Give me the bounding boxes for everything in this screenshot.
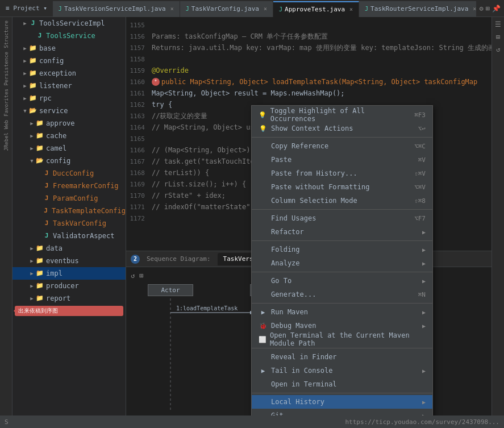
menu-item-7[interactable]: Column Selection Mode⇧⌘8 — [252, 194, 432, 207]
tree-item-5[interactable]: ▶📁listener — [13, 80, 126, 92]
menu-item-16[interactable]: Generate...⌘N — [252, 288, 432, 301]
tree-arrow-3: ▶ — [22, 58, 28, 64]
menu-right-27: ▶ — [422, 413, 426, 416]
menu-item-left-22: Reveal in Finder — [259, 353, 337, 361]
tree-item-14[interactable]: JParamConfig — [13, 192, 126, 205]
jrebel-icon[interactable]: JRebel — [2, 131, 10, 152]
menu-item-9[interactable]: Find Usages⌥F7 — [252, 211, 432, 225]
tree-icon-11: 📂 — [35, 156, 44, 165]
structure-icon[interactable]: Structure — [2, 19, 10, 49]
tree-item-16[interactable]: JTaskVarConfig — [13, 217, 126, 230]
favorites-icon[interactable]: Favorites — [2, 88, 10, 118]
tree-label-6: rpc — [39, 94, 52, 102]
tree-item-1[interactable]: JToolsService — [13, 30, 126, 42]
menu-right-13: ▶ — [422, 260, 426, 267]
tab-2[interactable]: JApproveTest.java× — [273, 1, 359, 17]
menu-item-12[interactable]: Folding▶ — [252, 243, 432, 256]
menu-icon-1: 💡 — [259, 125, 268, 132]
menu-separator-11 — [252, 240, 432, 241]
menu-shortcut-5: ⇧⌘V — [414, 170, 426, 177]
tree-item-15[interactable]: JTaskTemplateConfig — [13, 205, 126, 217]
right-icon-2[interactable]: ⊞ — [495, 32, 501, 42]
menu-item-left-23: ▶Tail in Console — [259, 367, 332, 375]
tab-close-0[interactable]: × — [170, 6, 174, 12]
menu-item-5[interactable]: Paste from History...⇧⌘V — [252, 167, 432, 180]
menu-item-13[interactable]: Analyze▶ — [252, 256, 432, 270]
tree-label-12: DuccConfig — [53, 169, 94, 177]
menu-right-23: ▶ — [422, 368, 426, 374]
menu-item-19[interactable]: 🐞Debug Maven▶ — [252, 319, 432, 333]
tab-0[interactable]: JTaskVersionServiceImpl.java× — [53, 1, 180, 17]
tree-item-18[interactable]: ▶📁data — [13, 242, 126, 255]
tab-1[interactable]: JTaskVarConfig.java× — [180, 1, 273, 17]
tree-label-13: FreemarkerConfig — [53, 182, 119, 190]
tree-item-20[interactable]: ▶📁impl — [13, 267, 126, 280]
tree-item-13[interactable]: JFreemarkerConfig — [13, 180, 126, 192]
menu-item-20[interactable]: ⬜Open Terminal at the Current Maven Modu… — [252, 333, 432, 346]
menu-item-left-6: Paste without Formatting — [259, 183, 369, 191]
tree-icon-7: 📂 — [28, 106, 38, 115]
tree-item-17[interactable]: JValidatorAspect — [13, 230, 126, 242]
menu-item-6[interactable]: Paste without Formatting⌥⌘V — [252, 180, 432, 194]
tree-item-12[interactable]: JDuccConfig — [13, 167, 126, 180]
tree-icon-21: 📁 — [35, 281, 44, 290]
settings-icon[interactable]: ⚙ — [480, 5, 484, 13]
menu-item-0[interactable]: 💡Toggle Highlight of All Occurrences⌘F3 — [252, 108, 432, 122]
tree-label-22: report — [46, 294, 70, 302]
tree-icon-12: J — [42, 169, 51, 178]
split-icon[interactable]: ⊞ — [486, 5, 490, 13]
tree-container: ▶JToolsServiceImplJToolsService▶📁base▶📁c… — [13, 17, 126, 305]
tree-arrow-21: ▶ — [28, 283, 35, 289]
menu-item-4[interactable]: Paste⌘V — [252, 153, 432, 167]
menu-item-27[interactable]: Git▶ — [252, 409, 432, 415]
tree-item-9[interactable]: ▶📁cache — [13, 130, 126, 142]
tab-close-1[interactable]: × — [264, 6, 267, 12]
tree-item-0[interactable]: ▶JToolsServiceImpl — [13, 17, 126, 30]
right-icon-3[interactable]: ↺ — [495, 44, 501, 55]
main-layout: Structure Persistence Favorites Web JReb… — [0, 17, 504, 415]
menu-item-10[interactable]: Refactor▶ — [252, 225, 432, 239]
menu-item-15[interactable]: Go To▶ — [252, 274, 432, 288]
tree-item-3[interactable]: ▶📁config — [13, 55, 126, 67]
tree-item-2[interactable]: ▶📁base — [13, 42, 126, 55]
menu-item-left-5: Paste from History... — [259, 169, 357, 177]
menu-label-26: Local History — [271, 398, 324, 406]
tree-item-22[interactable]: ▶📁report — [13, 292, 126, 305]
menu-right-4: ⌘V — [407, 156, 426, 164]
menu-item-24[interactable]: Open in Terminal — [252, 377, 432, 391]
menu-item-left-10: Refactor — [259, 228, 304, 236]
tree-item-7[interactable]: ▼📂service — [13, 105, 126, 117]
persistence-icon[interactable]: Persistence — [2, 51, 10, 87]
menu-separator-25 — [252, 393, 432, 393]
tree-item-8[interactable]: ▶📁approve — [13, 117, 126, 130]
bottom-url: https://ticp.youdao.com/survey/2437098..… — [345, 418, 499, 426]
menu-item-22[interactable]: Reveal in Finder — [252, 350, 432, 364]
tab-close-2[interactable]: × — [349, 6, 353, 13]
menu-item-left-7: Column Selection Mode — [259, 197, 357, 205]
tab-3[interactable]: JTaskRouterServiceImpl.java× — [359, 1, 476, 17]
tab-icon-3: J — [365, 6, 368, 12]
menu-item-1[interactable]: 💡Show Context Actions⌥↩ — [252, 122, 432, 135]
tree-item-21[interactable]: ▶📁producer — [13, 280, 126, 292]
menu-label-1: Show Context Actions — [271, 124, 353, 132]
tree-icon-13: J — [42, 181, 51, 190]
tree-item-11[interactable]: ▼📂config — [13, 155, 126, 167]
web-icon[interactable]: Web — [2, 119, 10, 130]
tree-icon-19: 📁 — [35, 256, 44, 265]
menu-item-23[interactable]: ▶Tail in Console▶ — [252, 364, 432, 377]
tree-item-10[interactable]: ▶📁camel — [13, 142, 126, 155]
menu-label-18: Run Maven — [271, 308, 308, 316]
menu-item-3[interactable]: Copy Reference⌥⌘C — [252, 139, 432, 153]
tree-item-6[interactable]: ▶📁rpc — [13, 92, 126, 105]
pin-icon[interactable]: 📌 — [492, 5, 501, 13]
menu-item-26[interactable]: Local History▶ — [252, 395, 432, 409]
right-icon-1[interactable]: ☰ — [494, 19, 502, 30]
tree-icon-18: 📁 — [35, 244, 44, 253]
tab-label-1: TaskVarConfig.java — [191, 5, 259, 13]
tree-label-3: config — [39, 57, 64, 65]
menu-label-15: Go To — [271, 277, 291, 285]
tree-item-19[interactable]: ▶📁eventbus — [13, 255, 126, 267]
menu-label-4: Paste — [271, 156, 291, 164]
menu-item-18[interactable]: ▶Run Maven▶ — [252, 305, 432, 319]
tree-item-4[interactable]: ▶📁exception — [13, 67, 126, 80]
